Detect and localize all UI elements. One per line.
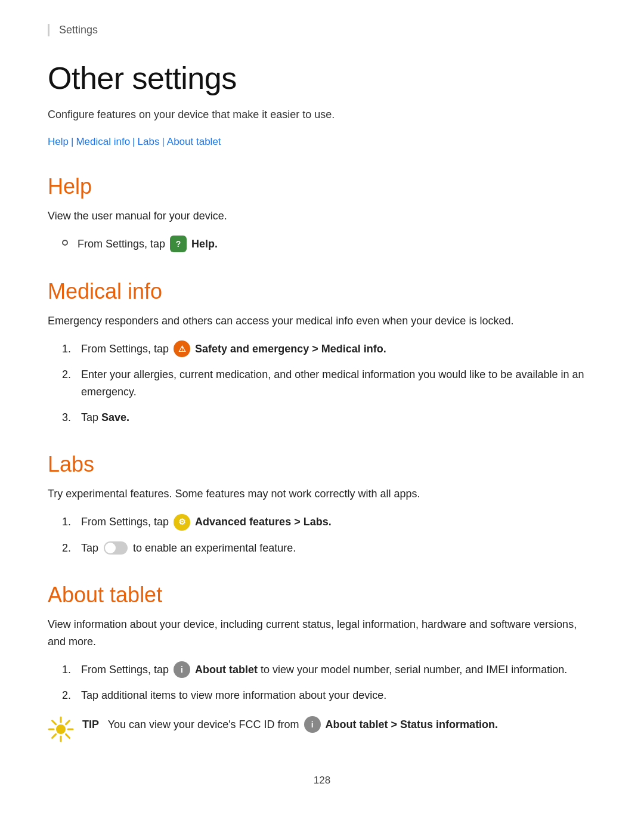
help-bullet-text: From Settings, tap ? Help. bbox=[78, 236, 218, 253]
about-step-2-content: Tap additional items to view more inform… bbox=[81, 687, 596, 704]
help-desc: View the user manual for your device. bbox=[48, 208, 596, 225]
medical-step-3-bold: Save. bbox=[101, 411, 129, 423]
nav-sep-1: | bbox=[71, 136, 73, 148]
labs-step-1-num: 1. bbox=[62, 513, 81, 531]
about-tablet-desc: View information about your device, incl… bbox=[48, 616, 596, 651]
page-subtitle: Configure features on your device that m… bbox=[48, 107, 596, 123]
medical-step-1: 1. From Settings, tap ⚠ Safety and emerg… bbox=[48, 340, 596, 358]
help-title: Help bbox=[48, 174, 596, 199]
nav-link-labs[interactable]: Labs bbox=[138, 136, 160, 148]
nav-sep-3: | bbox=[162, 136, 164, 148]
about-icon-badge-tip: i bbox=[304, 716, 321, 733]
tip-label: TIP bbox=[82, 719, 99, 730]
about-step-2: 2. Tap additional items to view more inf… bbox=[48, 687, 596, 704]
section-help: Help View the user manual for your devic… bbox=[48, 174, 596, 253]
nav-link-help[interactable]: Help bbox=[48, 136, 69, 148]
labs-step-1-bold: Advanced features > Labs. bbox=[195, 516, 332, 528]
labs-step-1: 1. From Settings, tap ⚙ Advanced feature… bbox=[48, 513, 596, 531]
safety-icon-badge: ⚠ bbox=[174, 340, 190, 357]
medical-step-3: 3. Tap Save. bbox=[48, 409, 596, 426]
svg-line-6 bbox=[66, 734, 69, 738]
labs-desc: Try experimental features. Some features… bbox=[48, 485, 596, 503]
about-step-1-bold: About tablet bbox=[195, 664, 258, 676]
nav-link-about-tablet[interactable]: About tablet bbox=[167, 136, 221, 148]
tip-box: TIP You can view your device's FCC ID fr… bbox=[48, 716, 596, 745]
tip-bold-text: About tablet > Status information. bbox=[326, 719, 499, 730]
svg-line-7 bbox=[66, 720, 69, 724]
help-icon-badge: ? bbox=[170, 236, 187, 252]
about-icon-badge-1: i bbox=[174, 661, 190, 678]
help-bullet: From Settings, tap ? Help. bbox=[48, 236, 596, 253]
about-step-2-num: 2. bbox=[62, 687, 81, 704]
labs-title: Labs bbox=[48, 452, 596, 477]
breadcrumb-label: Settings bbox=[59, 24, 98, 36]
svg-line-8 bbox=[52, 734, 56, 738]
medical-info-desc: Emergency responders and others can acce… bbox=[48, 312, 596, 330]
tip-sun-icon bbox=[48, 716, 74, 745]
help-bold-text: Help. bbox=[191, 238, 218, 250]
medical-step-1-content: From Settings, tap ⚠ Safety and emergenc… bbox=[81, 340, 596, 358]
medical-step-1-bold: Safety and emergency > Medical info. bbox=[195, 343, 386, 355]
medical-step-2-num: 2. bbox=[62, 366, 81, 383]
labs-step-2-num: 2. bbox=[62, 540, 81, 557]
nav-link-medical-info[interactable]: Medical info bbox=[76, 136, 130, 148]
medical-step-3-content: Tap Save. bbox=[81, 409, 596, 426]
tip-text: TIP You can view your device's FCC ID fr… bbox=[82, 716, 498, 733]
page-container: Settings Other settings Configure featur… bbox=[0, 0, 644, 833]
labs-step-2-content: Tap to enable an experimental feature. bbox=[81, 540, 596, 557]
about-step-1-content: From Settings, tap i About tablet to vie… bbox=[81, 661, 596, 679]
bullet-circle-icon bbox=[62, 240, 68, 246]
about-step-1-num: 1. bbox=[62, 661, 81, 679]
svg-point-0 bbox=[56, 724, 66, 734]
about-tablet-title: About tablet bbox=[48, 583, 596, 608]
section-medical-info: Medical info Emergency responders and ot… bbox=[48, 279, 596, 426]
breadcrumb: Settings bbox=[48, 24, 596, 36]
about-step-1: 1. From Settings, tap i About tablet to … bbox=[48, 661, 596, 679]
page-title: Other settings bbox=[48, 60, 596, 96]
medical-step-2: 2. Enter your allergies, current medicat… bbox=[48, 366, 596, 401]
advanced-icon-badge: ⚙ bbox=[174, 514, 190, 531]
nav-sep-2: | bbox=[132, 136, 135, 148]
section-labs: Labs Try experimental features. Some fea… bbox=[48, 452, 596, 556]
labs-step-2: 2. Tap to enable an experimental feature… bbox=[48, 540, 596, 557]
svg-line-5 bbox=[52, 720, 56, 724]
medical-step-2-content: Enter your allergies, current medication… bbox=[81, 366, 596, 401]
medical-step-3-num: 3. bbox=[62, 409, 81, 426]
toggle-icon bbox=[104, 541, 128, 555]
page-number: 128 bbox=[48, 775, 596, 798]
section-about-tablet: About tablet View information about your… bbox=[48, 583, 596, 745]
medical-info-title: Medical info bbox=[48, 279, 596, 304]
labs-step-1-content: From Settings, tap ⚙ Advanced features >… bbox=[81, 513, 596, 531]
nav-links: Help | Medical info | Labs | About table… bbox=[48, 136, 596, 148]
medical-step-1-num: 1. bbox=[62, 340, 81, 358]
